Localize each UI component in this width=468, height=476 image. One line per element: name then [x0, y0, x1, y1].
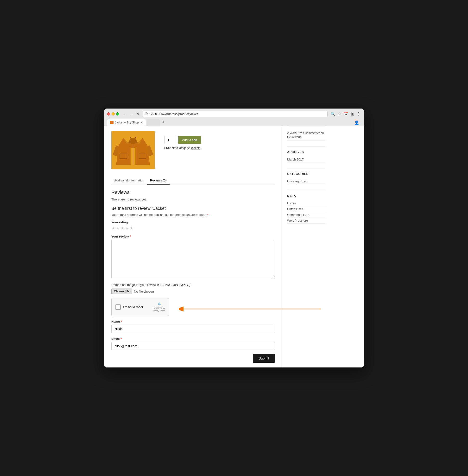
qty-cart-row: Add to cart: [164, 136, 201, 144]
rating-group: Your rating ★ ★ ★ ★ ★: [111, 220, 275, 231]
meta-item-wordpress-org: WordPress.org: [287, 218, 325, 224]
category-link[interactable]: Jackets: [190, 146, 200, 150]
email-label: Email *: [111, 337, 275, 340]
main-content: Add to cart SKU: N/A Category: Jackets A…: [104, 126, 282, 367]
reviews-heading: Reviews: [111, 190, 275, 195]
recaptcha-branding: reCAPTCHAPrivacy - Terms: [153, 307, 165, 312]
page-content: Add to cart SKU: N/A Category: Jackets A…: [104, 126, 364, 367]
archive-item-march2017: March 2017: [287, 157, 325, 162]
upload-label: Upload an image for your review (GIF, PN…: [111, 283, 275, 287]
meta-link-entries-rss[interactable]: Entries RSS: [287, 207, 304, 211]
categories-heading: CATEGORIES: [287, 172, 325, 176]
product-tabs: Additional information Reviews (0): [111, 177, 275, 185]
traffic-lights: [107, 112, 119, 116]
category-link-uncategorized[interactable]: Uncategorized: [287, 180, 307, 183]
extensions-icon[interactable]: ▣: [350, 111, 355, 117]
blank-tab[interactable]: [147, 119, 160, 126]
star-3[interactable]: ★: [120, 226, 124, 231]
jacket-illustration: [111, 131, 155, 169]
menu-icon[interactable]: ⋮: [356, 111, 361, 117]
sku-value: N/A: [172, 146, 176, 150]
product-actions: Add to cart SKU: N/A Category: Jackets: [164, 131, 201, 169]
no-reviews-text: There are no reviews yet.: [111, 198, 275, 201]
product-image-area: [111, 131, 160, 169]
star-2[interactable]: ★: [116, 226, 120, 231]
sidebar-meta: META Log in Entries RSS Comments RSS Wor…: [287, 190, 325, 224]
recaptcha-icon: ♻: [153, 302, 165, 307]
sidebar: A WordPress Commenter on Hello world! AR…: [282, 126, 330, 367]
name-input[interactable]: [111, 325, 275, 333]
tab-additional-info[interactable]: Additional information: [111, 177, 147, 184]
meta-item-comments-rss: Comments RSS: [287, 212, 325, 218]
name-label: Name *: [111, 320, 275, 323]
close-button[interactable]: [107, 112, 110, 116]
archive-link-march2017[interactable]: March 2017: [287, 158, 304, 161]
maximize-button[interactable]: [116, 112, 119, 116]
meta-heading: META: [287, 194, 325, 198]
email-input[interactable]: [111, 342, 275, 350]
sidebar-recent-comments: A WordPress Commenter on Hello world!: [287, 126, 325, 140]
be-first-heading: Be the first to review “Jacket”: [111, 206, 275, 211]
submit-row: Submit: [111, 354, 275, 363]
product-top: Add to cart SKU: N/A Category: Jackets: [111, 131, 275, 172]
choose-file-button[interactable]: Choose File: [111, 289, 132, 294]
rating-label: Your rating: [111, 220, 275, 224]
category-item-uncategorized: Uncategorized: [287, 179, 325, 184]
star-4[interactable]: ★: [125, 226, 129, 231]
star-5[interactable]: ★: [130, 226, 133, 231]
review-group: Your review *: [111, 235, 275, 279]
new-tab-button[interactable]: +: [160, 119, 167, 126]
search-icon[interactable]: 🔍: [330, 111, 336, 117]
recaptcha-box[interactable]: I'm not a robot ♻ reCAPTCHAPrivacy - Ter…: [111, 298, 169, 316]
review-label: Your review *: [111, 235, 275, 238]
browser-chrome: ← → ↻ ⓘ 127.0.0.1/wordpress/product/jack…: [104, 108, 364, 126]
recaptcha-logo: ♻ reCAPTCHAPrivacy - Terms: [153, 302, 165, 312]
lock-icon: ⓘ: [145, 112, 148, 116]
meta-item-entries-rss: Entries RSS: [287, 206, 325, 212]
meta-link-comments-rss[interactable]: Comments RSS: [287, 213, 309, 216]
recaptcha-label: I'm not a robot: [123, 305, 151, 309]
browser-window: ← → ↻ ⓘ 127.0.0.1/wordpress/product/jack…: [104, 108, 364, 367]
archives-heading: ARCHIVES: [287, 150, 325, 154]
bookmark-icon[interactable]: ☆: [337, 111, 341, 117]
url-text: 127.0.0.1/wordpress/product/jacket/: [149, 112, 325, 116]
required-indicator: *: [207, 213, 208, 216]
star-rating[interactable]: ★ ★ ★ ★ ★: [111, 226, 275, 231]
sku-label: SKU:: [164, 146, 171, 150]
quantity-input[interactable]: [164, 136, 176, 144]
product-meta: SKU: N/A Category: Jackets: [164, 146, 201, 150]
name-group: Name *: [111, 320, 275, 333]
add-to-cart-button[interactable]: Add to cart: [178, 136, 201, 144]
active-tab[interactable]: J Jacket – Sky Shop ✕: [107, 119, 146, 126]
meta-link-wordpress-org[interactable]: WordPress.org: [287, 219, 308, 222]
minimize-button[interactable]: [112, 112, 115, 116]
sidebar-archives: ARCHIVES March 2017: [287, 146, 325, 162]
upload-group: Upload an image for your review (GIF, PN…: [111, 283, 275, 294]
calendar-icon[interactable]: 📅: [343, 111, 349, 117]
file-input-row: Choose File No file chosen: [111, 289, 275, 294]
back-button[interactable]: ←: [122, 111, 128, 117]
category-label: Category:: [177, 146, 190, 150]
no-file-text: No file chosen: [134, 290, 154, 293]
recent-comment-item: A WordPress Commenter on Hello world!: [287, 130, 325, 140]
email-group: Email *: [111, 337, 275, 350]
tab-title: Jacket – Sky Shop: [115, 121, 139, 124]
star-1[interactable]: ★: [111, 226, 115, 231]
email-note: Your email address will not be published…: [111, 213, 275, 216]
address-bar[interactable]: ⓘ 127.0.0.1/wordpress/product/jacket/: [143, 111, 328, 117]
blank-tab-label: [150, 121, 156, 124]
recaptcha-container: I'm not a robot ♻ reCAPTCHAPrivacy - Ter…: [111, 298, 275, 316]
refresh-button[interactable]: ↻: [135, 111, 140, 117]
tab-close-button[interactable]: ✕: [140, 121, 143, 124]
product-image: [111, 131, 155, 169]
submit-button[interactable]: Submit: [253, 354, 275, 363]
sidebar-categories: CATEGORIES Uncategorized: [287, 168, 325, 184]
meta-link-login[interactable]: Log in: [287, 201, 295, 205]
tab-favicon: J: [110, 121, 114, 124]
profile-icon[interactable]: 👤: [352, 119, 361, 126]
tab-reviews[interactable]: Reviews (0): [147, 177, 170, 184]
review-textarea[interactable]: [111, 240, 275, 278]
forward-button[interactable]: →: [128, 111, 134, 117]
recaptcha-checkbox[interactable]: [116, 305, 121, 310]
meta-item-login: Log in: [287, 200, 325, 206]
